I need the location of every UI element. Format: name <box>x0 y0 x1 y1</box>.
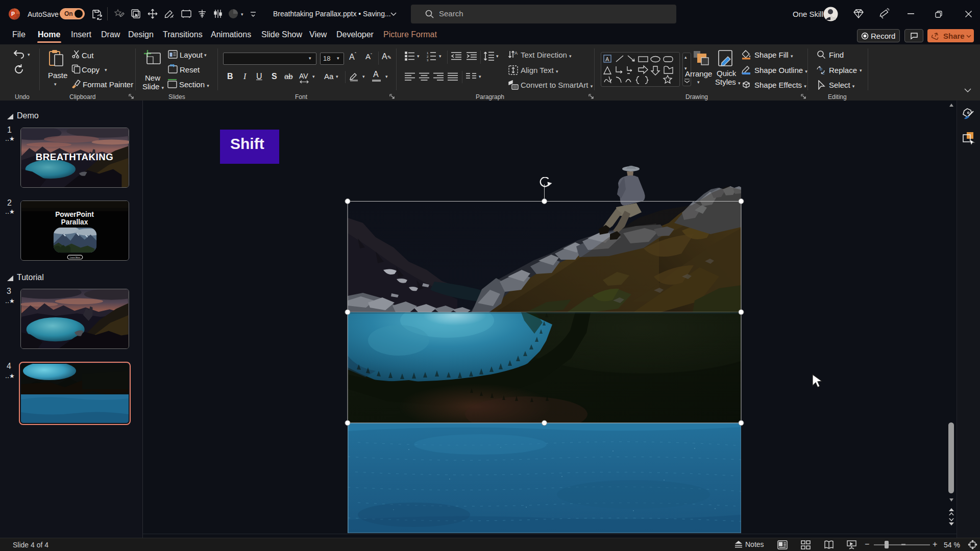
svg-text:1: 1 <box>427 52 429 55</box>
svg-text:2: 2 <box>427 55 429 58</box>
svg-text:P: P <box>11 11 15 17</box>
svg-text:3: 3 <box>427 59 429 61</box>
svg-text:BREATHTAKING: BREATHTAKING <box>36 152 113 162</box>
svg-text:Parallax: Parallax <box>61 218 88 226</box>
svg-text:A: A <box>514 51 518 56</box>
svg-text:Learn More: Learn More <box>70 256 80 259</box>
svg-text:PowerPoint: PowerPoint <box>55 211 94 218</box>
svg-text:c: c <box>822 70 825 75</box>
svg-text:A: A <box>605 56 609 62</box>
